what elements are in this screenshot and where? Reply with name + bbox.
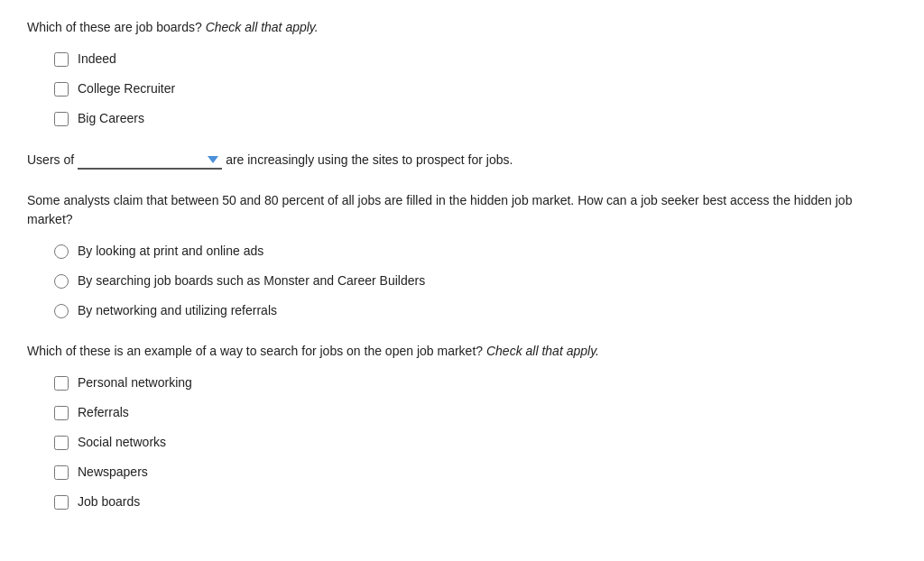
q2-job-boards-input[interactable] [54,274,69,289]
q3-personal-networking-label: Personal networking [78,373,192,392]
list-item: By networking and utilizing referrals [54,301,897,320]
q3-personal-networking-input[interactable] [54,376,69,391]
q2-print-online-input[interactable] [54,244,69,259]
question-1-instruction: Check all that apply. [206,20,319,34]
question-1-text: Which of these are job boards? Check all… [27,18,897,37]
list-item: Job boards [54,492,897,511]
fill-blank-prefix: Users of [27,151,74,170]
question-2-options: By looking at print and online adsBy sea… [27,242,897,320]
list-item: Personal networking [54,373,897,392]
q3-social-networks-input[interactable] [54,436,69,450]
q2-print-online-label: By looking at print and online ads [78,242,263,261]
list-item: Big Careers [54,109,897,128]
list-item: Indeed [54,50,897,69]
question-3-text: Which of these is an example of a way to… [27,342,897,361]
q3-referrals-input[interactable] [54,406,69,420]
fill-blank-dropdown[interactable]: LinkedIn Facebook Twitter Indeed [78,150,222,170]
question-2-text: Some analysts claim that between 50 and … [27,191,897,229]
q3-job-boards-label: Job boards [78,492,140,511]
question-1-options: IndeedCollege RecruiterBig Careers [27,50,897,128]
list-item: Referrals [54,403,897,422]
question-1: Which of these are job boards? Check all… [27,18,897,128]
question-3-instruction: Check all that apply. [486,344,599,358]
q1-big-careers-input[interactable] [54,112,69,126]
question-3-options: Personal networkingReferralsSocial netwo… [27,373,897,511]
q2-networking-input[interactable] [54,304,69,318]
list-item: By searching job boards such as Monster … [54,271,897,290]
q3-job-boards-input[interactable] [54,495,69,510]
q1-college-recruiter-input[interactable] [54,82,69,97]
q1-indeed-label: Indeed [78,50,116,69]
question-3: Which of these is an example of a way to… [27,342,897,511]
fill-blank-dropdown-wrapper: LinkedIn Facebook Twitter Indeed [78,150,222,170]
q1-big-careers-label: Big Careers [78,109,144,128]
q1-college-recruiter-label: College Recruiter [78,79,175,98]
q3-social-networks-label: Social networks [78,433,166,452]
list-item: Newspapers [54,463,897,482]
fill-blank-suffix: are increasingly using the sites to pros… [226,151,513,170]
q1-indeed-input[interactable] [54,52,69,67]
fill-blank-section: Users of LinkedIn Facebook Twitter Indee… [27,150,897,170]
q3-newspapers-input[interactable] [54,465,69,480]
q2-job-boards-label: By searching job boards such as Monster … [78,271,425,290]
question-2: Some analysts claim that between 50 and … [27,191,897,320]
q2-networking-label: By networking and utilizing referrals [78,301,277,320]
list-item: College Recruiter [54,79,897,98]
list-item: Social networks [54,433,897,452]
q3-referrals-label: Referrals [78,403,129,422]
list-item: By looking at print and online ads [54,242,897,261]
q3-newspapers-label: Newspapers [78,463,148,482]
